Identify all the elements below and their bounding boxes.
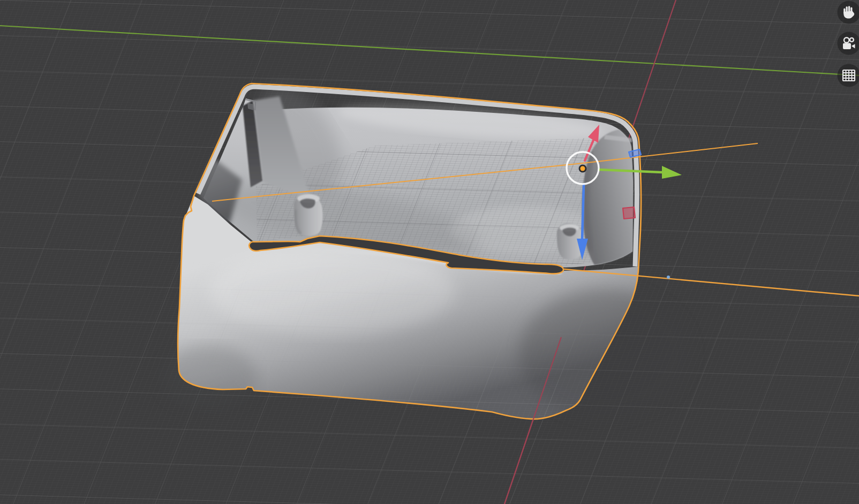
gizmo-center-dot[interactable] xyxy=(581,166,585,171)
origin-dot xyxy=(667,276,670,279)
boss-clip-left xyxy=(294,194,323,236)
nav-gizmo-buttons xyxy=(838,1,859,87)
gizmo-plane-yz-handle[interactable] xyxy=(623,207,635,219)
viewport-3d[interactable] xyxy=(0,0,859,504)
